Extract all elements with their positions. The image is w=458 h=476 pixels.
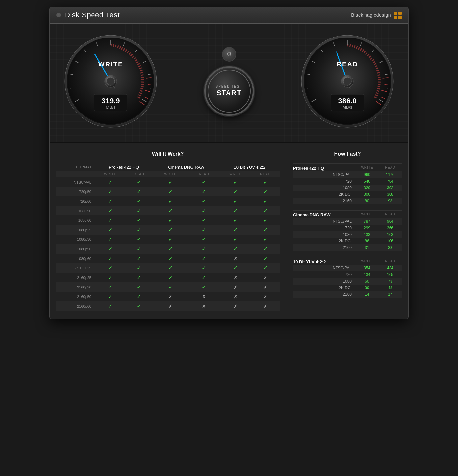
hf-read-val: 17	[379, 292, 402, 297]
check-icon: ✓	[202, 189, 206, 194]
check-icon: ✓	[233, 179, 238, 185]
hf-read-val: 165	[379, 272, 402, 277]
check-cell: ✗	[251, 273, 280, 282]
check-icon: ✓	[137, 284, 141, 290]
check-icon: ✓	[202, 284, 206, 290]
hf-data-row: 2K DCI 39 48	[293, 285, 402, 291]
cross-icon: ✗	[234, 275, 238, 280]
hf-read-val: 106	[379, 239, 402, 243]
hf-data-row: NTSC/PAL 787 964	[293, 218, 402, 225]
format-cell: 2160p60	[56, 301, 95, 311]
hf-write-val: 640	[356, 179, 379, 184]
check-cell: ✓	[125, 187, 152, 196]
read-gauge: 386.0 MB/s READ	[300, 34, 395, 129]
hf-read-val: 98	[379, 199, 402, 203]
hf-data-row: NTSC/PAL 960 1176	[293, 171, 402, 178]
start-button[interactable]: SPEED TEST START	[204, 66, 254, 116]
will-it-work-panel: Will It Work? FORMAT ProRes 422 HQ Cinem…	[50, 143, 286, 319]
check-icon: ✓	[137, 217, 141, 223]
check-cell: ✗	[251, 301, 280, 311]
app-title: Disk Speed Test	[65, 11, 120, 19]
check-icon: ✓	[108, 237, 112, 242]
hf-data-row: 2160 31 38	[293, 244, 402, 251]
check-cell: ✓	[152, 235, 188, 244]
check-cell: ✓	[125, 301, 152, 311]
check-icon: ✓	[137, 237, 141, 242]
hf-row-label: 2K DCI	[293, 192, 356, 197]
settings-button[interactable]: ⚙	[222, 47, 236, 62]
check-cell: ✓	[188, 244, 220, 254]
check-cell: ✓	[251, 235, 280, 244]
close-button[interactable]: ×	[56, 13, 61, 17]
check-icon: ✓	[202, 256, 206, 261]
check-icon: ✓	[108, 303, 112, 309]
svg-point-24	[107, 77, 115, 85]
check-cell: ✓	[95, 254, 125, 263]
sub-read-1: READ	[125, 171, 152, 177]
svg-text:MB/s: MB/s	[106, 105, 116, 110]
check-cell: ✓	[220, 225, 251, 235]
check-icon: ✓	[202, 227, 206, 233]
check-cell: ✓	[152, 177, 188, 187]
hf-row-label: 2K DCI	[293, 286, 356, 290]
brand-square-1	[394, 12, 397, 15]
check-cell: ✓	[95, 273, 125, 282]
cross-icon: ✗	[263, 285, 267, 290]
check-cell: ✓	[95, 177, 125, 187]
check-cell: ✓	[251, 206, 280, 215]
check-icon: ✓	[108, 217, 112, 223]
sub-write-3: WRITE	[220, 171, 251, 177]
check-icon: ✓	[137, 189, 141, 194]
read-gauge-container: 386.0 MB/s READ	[300, 34, 395, 129]
format-cell: 1080p25	[56, 225, 95, 235]
check-cell: ✓	[220, 206, 251, 215]
svg-text:WRITE: WRITE	[98, 61, 123, 68]
check-icon: ✓	[168, 227, 173, 233]
check-icon: ✓	[202, 198, 206, 204]
hf-write-val: 39	[356, 286, 379, 290]
svg-text:READ: READ	[337, 61, 358, 68]
check-icon: ✓	[137, 208, 141, 213]
hf-row-label: 2K DCI	[293, 239, 356, 243]
hf-read-label: READ	[379, 166, 402, 171]
check-cell: ✓	[125, 215, 152, 225]
check-cell: ✗	[152, 292, 188, 301]
hf-row-label: 720	[293, 226, 356, 230]
check-cell: ✓	[95, 282, 125, 292]
brand-icon	[394, 12, 402, 19]
will-it-work-title: Will It Work?	[56, 151, 280, 157]
hf-section-header: 10 Bit YUV 4:2:2 WRITE READ	[293, 257, 402, 265]
check-cell: ✗	[152, 301, 188, 311]
check-cell: ✗	[220, 282, 251, 292]
table-row: 2160p50✓✓✗✗✗✗	[56, 292, 280, 301]
hf-read-val: 368	[379, 192, 402, 197]
hf-row-label: NTSC/PAL	[293, 266, 356, 270]
hf-data-row: 720 299 366	[293, 225, 402, 231]
check-cell: ✓	[188, 263, 220, 273]
format-cell: 1080p50	[56, 244, 95, 254]
hf-write-label: WRITE	[356, 259, 379, 264]
how-fast-panel: How Fast? ProRes 422 HQ WRITE READ NTSC/…	[286, 143, 408, 319]
check-icon: ✓	[233, 237, 238, 242]
cross-icon: ✗	[168, 304, 172, 309]
check-icon: ✓	[202, 179, 206, 185]
table-row: 2K DCI 25✓✓✓✓✓✓	[56, 263, 280, 273]
check-cell: ✓	[188, 235, 220, 244]
check-cell: ✗	[251, 292, 280, 301]
check-cell: ✓	[125, 244, 152, 254]
hf-section-header: ProRes 422 HQ WRITE READ	[293, 163, 402, 171]
check-cell: ✓	[95, 263, 125, 273]
cinema-header: Cinema DNG RAW	[152, 163, 220, 171]
check-icon: ✓	[202, 217, 206, 223]
how-fast-title: How Fast?	[293, 151, 402, 157]
svg-text:MB/s: MB/s	[342, 105, 352, 110]
check-cell: ✓	[251, 225, 280, 235]
format-cell: 1080p30	[56, 235, 95, 244]
hf-row-label: 720	[293, 272, 356, 277]
check-cell: ✓	[188, 187, 220, 196]
check-icon: ✓	[137, 246, 141, 252]
check-cell: ✓	[95, 187, 125, 196]
check-cell: ✓	[220, 215, 251, 225]
hf-read-val: 392	[379, 186, 402, 190]
hf-read-val: 784	[379, 179, 402, 184]
